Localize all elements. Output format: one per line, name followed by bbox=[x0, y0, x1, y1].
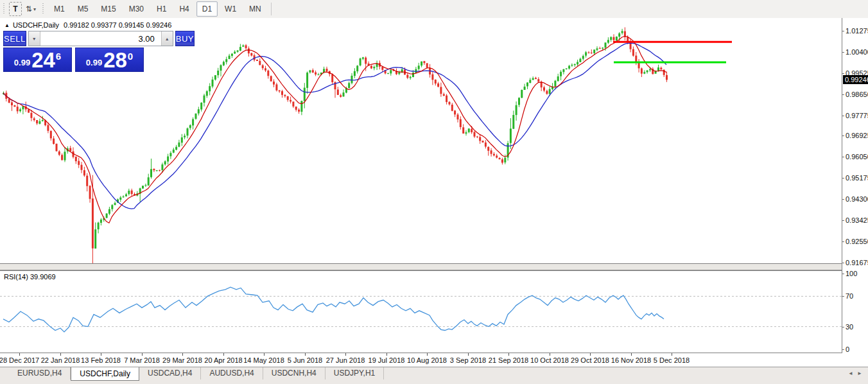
candle-body bbox=[660, 68, 662, 70]
price-axis-tick bbox=[842, 73, 844, 74]
text-tool-button[interactable]: T bbox=[9, 2, 22, 16]
date-tick bbox=[386, 353, 387, 356]
candle-body bbox=[526, 83, 528, 87]
sell-button[interactable]: SELL bbox=[3, 31, 26, 46]
timeframe-button-mn[interactable]: MN bbox=[243, 1, 267, 17]
candle-body bbox=[593, 49, 595, 53]
candle-body bbox=[89, 186, 91, 198]
candle-body bbox=[510, 128, 512, 143]
candle-body bbox=[204, 96, 205, 103]
date-tick bbox=[550, 353, 550, 356]
buy-price[interactable]: 0.99 28 0 bbox=[75, 48, 144, 72]
lot-size-group: ▼ ▲ bbox=[28, 31, 173, 46]
price-axis[interactable]: 1.012751.004000.995250.986500.977750.969… bbox=[842, 18, 868, 353]
candle-body bbox=[354, 71, 356, 76]
date-axis[interactable]: 28 Dec 201722 Jan 201813 Feb 20187 Mar 2… bbox=[0, 353, 868, 367]
price-axis-label: 0.96925 bbox=[846, 132, 868, 139]
candle-body bbox=[524, 87, 526, 90]
candle-body bbox=[490, 150, 492, 153]
lot-increase-button[interactable]: ▲ bbox=[161, 31, 173, 46]
candle-body bbox=[373, 67, 375, 68]
candle-body bbox=[557, 76, 559, 81]
candle-body bbox=[153, 169, 155, 170]
candle-body bbox=[613, 37, 615, 40]
spinner-up-icon: ▲ bbox=[165, 37, 169, 41]
price-axis-tick bbox=[842, 52, 844, 53]
timeframe-button-m15[interactable]: M15 bbox=[95, 1, 121, 17]
timeframe-button-d1[interactable]: D1 bbox=[196, 1, 218, 17]
candle-body bbox=[265, 68, 266, 70]
candle-body bbox=[231, 54, 233, 56]
date-tick bbox=[182, 353, 183, 356]
date-label: 5 Dec 2018 bbox=[646, 356, 697, 364]
timeframe-button-h1[interactable]: H1 bbox=[151, 1, 172, 17]
candle-body bbox=[50, 131, 52, 138]
candle-body bbox=[250, 53, 252, 56]
candle-body bbox=[482, 141, 484, 143]
timeframe-button-m30[interactable]: M30 bbox=[123, 1, 150, 17]
date-tick bbox=[468, 353, 469, 356]
candle-body bbox=[220, 65, 222, 71]
candle-body bbox=[465, 132, 467, 134]
chart-tab-audusd-h4[interactable]: AUDUSD,H4 bbox=[201, 367, 263, 380]
price-axis-label: 0.94300 bbox=[846, 195, 868, 203]
candle-body bbox=[309, 71, 311, 73]
candle-body bbox=[588, 53, 590, 53]
lot-size-input[interactable] bbox=[40, 31, 161, 46]
candle-body bbox=[554, 81, 556, 87]
chart-tab-usdjpy-h1[interactable]: USDJPY,H1 bbox=[326, 367, 384, 380]
candle-body bbox=[256, 60, 258, 61]
timeframe-button-w1[interactable]: W1 bbox=[219, 1, 242, 17]
candle-body bbox=[577, 62, 578, 64]
candle-body bbox=[100, 220, 102, 223]
candle-body bbox=[270, 76, 272, 81]
arrows-tool-button[interactable]: ⇅ ▾ bbox=[23, 2, 39, 16]
candle-body bbox=[131, 191, 133, 195]
candle-body bbox=[259, 61, 261, 65]
date-tick bbox=[142, 353, 143, 356]
sell-price[interactable]: 0.99 24 6 bbox=[3, 48, 72, 72]
timeframe-button-m5[interactable]: M5 bbox=[72, 1, 94, 17]
chart-collapse-arrow-icon[interactable]: ▲ bbox=[4, 22, 10, 28]
candle-body bbox=[449, 102, 451, 105]
chart-ohlc-values: 0.99182 0.99377 0.99145 0.99246 bbox=[64, 21, 171, 29]
candle-body bbox=[421, 62, 422, 65]
toolbar-drag-handle[interactable] bbox=[3, 3, 6, 15]
candle-body bbox=[318, 74, 320, 75]
letter-t-icon: T bbox=[13, 4, 17, 13]
candle-body bbox=[605, 42, 607, 48]
candle-body bbox=[571, 65, 573, 65]
candle-body bbox=[123, 196, 125, 197]
candle-body bbox=[19, 109, 21, 111]
candle-body bbox=[621, 31, 623, 33]
candle-body bbox=[596, 48, 598, 49]
timeframe-button-m1[interactable]: M1 bbox=[48, 1, 71, 17]
candle-body bbox=[47, 125, 49, 131]
buy-price-pip: 0 bbox=[128, 51, 133, 62]
candle-body bbox=[13, 105, 15, 107]
candle-body bbox=[167, 157, 169, 162]
buy-button[interactable]: BUY bbox=[175, 31, 195, 46]
candle-body bbox=[229, 56, 230, 59]
candle-body bbox=[479, 137, 481, 141]
tab-scroll-right-button[interactable]: ► bbox=[855, 369, 864, 378]
candle-body bbox=[39, 121, 40, 124]
lot-decrease-button[interactable]: ▼ bbox=[29, 31, 40, 46]
rsi-axis-label: 70 bbox=[846, 292, 853, 300]
date-tick bbox=[19, 353, 20, 356]
toolbar-drag-handle[interactable] bbox=[42, 3, 45, 15]
chart-tab-usdcnh-h4[interactable]: USDCNH,H4 bbox=[263, 367, 326, 380]
pane-splitter[interactable] bbox=[0, 264, 842, 270]
chart-tab-usdcad-h4[interactable]: USDCAD,H4 bbox=[139, 367, 201, 380]
chart-tab-usdchf-daily[interactable]: USDCHF,Daily bbox=[71, 367, 139, 381]
chart-tab-eurusd-h4[interactable]: EURUSD,H4 bbox=[9, 367, 71, 380]
timeframe-button-h4[interactable]: H4 bbox=[173, 1, 195, 17]
timeframe-group: M1M5M15M30H1H4D1W1MN bbox=[48, 1, 268, 17]
date-tick bbox=[101, 353, 101, 356]
candle-body bbox=[312, 70, 314, 73]
candle-body bbox=[200, 103, 202, 110]
candle-body bbox=[591, 53, 593, 53]
candle-body bbox=[42, 120, 44, 121]
tab-scroll-left-button[interactable]: ◄ bbox=[846, 369, 855, 378]
candle-body bbox=[549, 89, 551, 94]
